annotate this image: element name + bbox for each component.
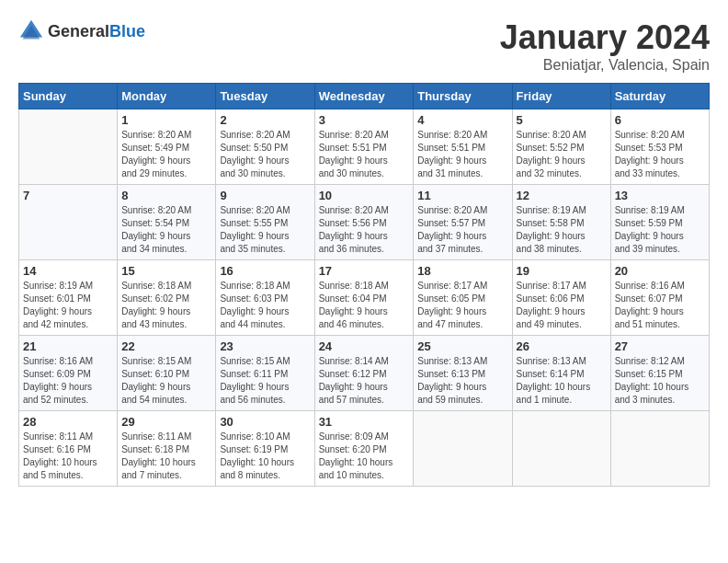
- day-info: Sunrise: 8:18 AMSunset: 6:04 PMDaylight:…: [319, 280, 410, 331]
- logo-icon: [18, 18, 44, 44]
- day-info: Sunrise: 8:12 AMSunset: 6:15 PMDaylight:…: [615, 355, 705, 407]
- day-number: 17: [319, 264, 410, 278]
- calendar-week-row: 21Sunrise: 8:16 AMSunset: 6:09 PMDayligh…: [19, 336, 710, 411]
- day-info: Sunrise: 8:16 AMSunset: 6:07 PMDaylight:…: [615, 280, 705, 331]
- calendar-cell: 27Sunrise: 8:12 AMSunset: 6:15 PMDayligh…: [610, 336, 709, 411]
- day-info: Sunrise: 8:18 AMSunset: 6:02 PMDaylight:…: [121, 280, 211, 331]
- calendar-cell: 4Sunrise: 8:20 AMSunset: 5:51 PMDaylight…: [414, 109, 512, 185]
- weekday-header-wednesday: Wednesday: [314, 84, 414, 109]
- calendar-cell: 25Sunrise: 8:13 AMSunset: 6:13 PMDayligh…: [414, 336, 512, 411]
- calendar-cell: 1Sunrise: 8:20 AMSunset: 5:49 PMDaylight…: [118, 109, 216, 185]
- day-number: 16: [220, 264, 310, 278]
- logo-general: General: [48, 22, 109, 40]
- day-info: Sunrise: 8:20 AMSunset: 5:55 PMDaylight:…: [220, 204, 310, 256]
- calendar-cell: 3Sunrise: 8:20 AMSunset: 5:51 PMDaylight…: [314, 109, 414, 185]
- day-info: Sunrise: 8:20 AMSunset: 5:51 PMDaylight:…: [417, 129, 507, 180]
- day-number: 7: [23, 189, 113, 202]
- day-number: 6: [615, 113, 705, 127]
- calendar-cell: 29Sunrise: 8:11 AMSunset: 6:18 PMDayligh…: [118, 411, 216, 487]
- calendar-cell: 18Sunrise: 8:17 AMSunset: 6:05 PMDayligh…: [414, 260, 512, 336]
- weekday-header-tuesday: Tuesday: [216, 84, 314, 109]
- calendar-cell: 17Sunrise: 8:18 AMSunset: 6:04 PMDayligh…: [314, 260, 414, 336]
- day-info: Sunrise: 8:16 AMSunset: 6:09 PMDaylight:…: [23, 355, 113, 407]
- logo-blue: Blue: [109, 22, 145, 40]
- day-info: Sunrise: 8:10 AMSunset: 6:19 PMDaylight:…: [220, 431, 310, 482]
- page-header: GeneralBlue January 2024 Beniatjar, Vale…: [18, 18, 710, 74]
- calendar-cell: 7: [19, 185, 118, 260]
- day-info: Sunrise: 8:19 AMSunset: 6:01 PMDaylight:…: [23, 280, 113, 331]
- day-info: Sunrise: 8:20 AMSunset: 5:54 PMDaylight:…: [121, 204, 211, 256]
- day-number: 28: [23, 415, 113, 429]
- calendar-cell: 30Sunrise: 8:10 AMSunset: 6:19 PMDayligh…: [216, 411, 314, 487]
- day-info: Sunrise: 8:20 AMSunset: 5:57 PMDaylight:…: [417, 204, 507, 256]
- logo: GeneralBlue: [18, 18, 145, 44]
- location-subtitle: Beniatjar, Valencia, Spain: [500, 57, 710, 74]
- calendar-cell: 23Sunrise: 8:15 AMSunset: 6:11 PMDayligh…: [216, 336, 314, 411]
- day-number: 27: [615, 339, 705, 353]
- day-info: Sunrise: 8:20 AMSunset: 5:49 PMDaylight:…: [121, 129, 211, 180]
- month-title: January 2024: [500, 18, 710, 57]
- day-number: 9: [220, 189, 310, 202]
- day-number: 21: [23, 339, 113, 353]
- weekday-header-saturday: Saturday: [610, 84, 709, 109]
- calendar-cell: [414, 411, 512, 487]
- calendar-table: SundayMondayTuesdayWednesdayThursdayFrid…: [18, 83, 710, 487]
- day-number: 11: [417, 189, 507, 202]
- calendar-cell: 19Sunrise: 8:17 AMSunset: 6:06 PMDayligh…: [512, 260, 610, 336]
- day-number: 4: [417, 113, 507, 127]
- calendar-cell: 26Sunrise: 8:13 AMSunset: 6:14 PMDayligh…: [512, 336, 610, 411]
- calendar-cell: 15Sunrise: 8:18 AMSunset: 6:02 PMDayligh…: [118, 260, 216, 336]
- calendar-week-row: 14Sunrise: 8:19 AMSunset: 6:01 PMDayligh…: [19, 260, 710, 336]
- day-info: Sunrise: 8:18 AMSunset: 6:03 PMDaylight:…: [220, 280, 310, 331]
- calendar-cell: 16Sunrise: 8:18 AMSunset: 6:03 PMDayligh…: [216, 260, 314, 336]
- calendar-cell: 6Sunrise: 8:20 AMSunset: 5:53 PMDaylight…: [610, 109, 709, 185]
- day-info: Sunrise: 8:20 AMSunset: 5:52 PMDaylight:…: [517, 129, 607, 180]
- day-info: Sunrise: 8:13 AMSunset: 6:14 PMDaylight:…: [517, 355, 607, 407]
- calendar-cell: 21Sunrise: 8:16 AMSunset: 6:09 PMDayligh…: [19, 336, 118, 411]
- calendar-cell: 20Sunrise: 8:16 AMSunset: 6:07 PMDayligh…: [610, 260, 709, 336]
- day-info: Sunrise: 8:20 AMSunset: 5:56 PMDaylight:…: [319, 204, 410, 256]
- day-info: Sunrise: 8:11 AMSunset: 6:16 PMDaylight:…: [23, 431, 113, 482]
- day-number: 26: [517, 339, 607, 353]
- day-info: Sunrise: 8:17 AMSunset: 6:05 PMDaylight:…: [417, 280, 507, 331]
- day-info: Sunrise: 8:09 AMSunset: 6:20 PMDaylight:…: [319, 431, 410, 482]
- calendar-cell: 24Sunrise: 8:14 AMSunset: 6:12 PMDayligh…: [314, 336, 414, 411]
- day-info: Sunrise: 8:20 AMSunset: 5:53 PMDaylight:…: [615, 129, 705, 180]
- day-number: 24: [319, 339, 410, 353]
- calendar-cell: 11Sunrise: 8:20 AMSunset: 5:57 PMDayligh…: [414, 185, 512, 260]
- calendar-week-row: 78Sunrise: 8:20 AMSunset: 5:54 PMDayligh…: [19, 185, 710, 260]
- day-number: 20: [615, 264, 705, 278]
- calendar-cell: [19, 109, 118, 185]
- calendar-cell: [512, 411, 610, 487]
- day-info: Sunrise: 8:20 AMSunset: 5:51 PMDaylight:…: [319, 129, 410, 180]
- weekday-header-sunday: Sunday: [19, 84, 118, 109]
- weekday-header-row: SundayMondayTuesdayWednesdayThursdayFrid…: [19, 84, 710, 109]
- weekday-header-friday: Friday: [512, 84, 610, 109]
- title-block: January 2024 Beniatjar, Valencia, Spain: [500, 18, 710, 74]
- day-number: 23: [220, 339, 310, 353]
- day-number: 1: [121, 113, 211, 127]
- calendar-cell: 8Sunrise: 8:20 AMSunset: 5:54 PMDaylight…: [118, 185, 216, 260]
- day-info: Sunrise: 8:15 AMSunset: 6:10 PMDaylight:…: [121, 355, 211, 407]
- weekday-header-thursday: Thursday: [414, 84, 512, 109]
- day-number: 12: [517, 189, 607, 202]
- day-number: 5: [517, 113, 607, 127]
- day-number: 29: [121, 415, 211, 429]
- day-info: Sunrise: 8:20 AMSunset: 5:50 PMDaylight:…: [220, 129, 310, 180]
- day-info: Sunrise: 8:14 AMSunset: 6:12 PMDaylight:…: [319, 355, 410, 407]
- logo-text: GeneralBlue: [48, 22, 145, 41]
- day-number: 31: [319, 415, 410, 429]
- calendar-cell: [610, 411, 709, 487]
- calendar-cell: 13Sunrise: 8:19 AMSunset: 5:59 PMDayligh…: [610, 185, 709, 260]
- day-number: 30: [220, 415, 310, 429]
- calendar-cell: 28Sunrise: 8:11 AMSunset: 6:16 PMDayligh…: [19, 411, 118, 487]
- calendar-cell: 9Sunrise: 8:20 AMSunset: 5:55 PMDaylight…: [216, 185, 314, 260]
- calendar-cell: 31Sunrise: 8:09 AMSunset: 6:20 PMDayligh…: [314, 411, 414, 487]
- day-number: 14: [23, 264, 113, 278]
- day-info: Sunrise: 8:17 AMSunset: 6:06 PMDaylight:…: [517, 280, 607, 331]
- day-info: Sunrise: 8:19 AMSunset: 5:59 PMDaylight:…: [615, 204, 705, 256]
- calendar-cell: 12Sunrise: 8:19 AMSunset: 5:58 PMDayligh…: [512, 185, 610, 260]
- weekday-header-monday: Monday: [118, 84, 216, 109]
- calendar-cell: 5Sunrise: 8:20 AMSunset: 5:52 PMDaylight…: [512, 109, 610, 185]
- calendar-cell: 14Sunrise: 8:19 AMSunset: 6:01 PMDayligh…: [19, 260, 118, 336]
